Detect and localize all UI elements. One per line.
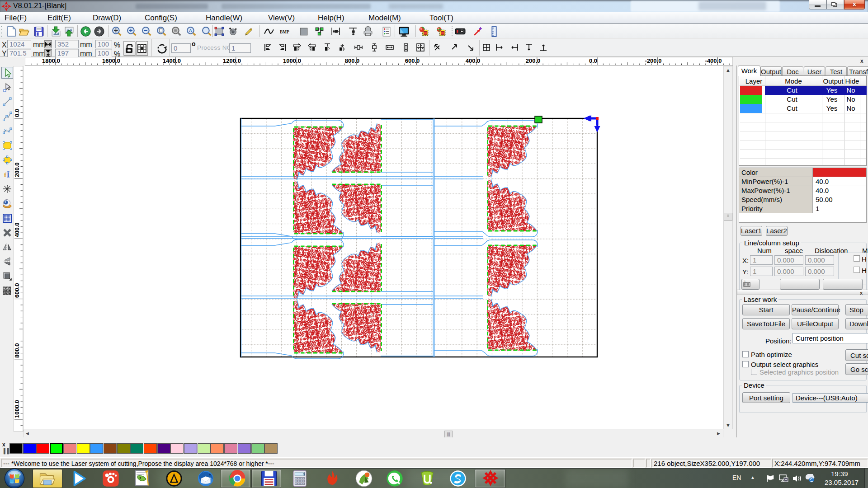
svg-text:0.0: 0.0 — [589, 57, 597, 64]
svg-text:200.0: 200.0 — [526, 57, 541, 64]
svg-text:0: 0 — [303, 473, 305, 476]
svg-text:0.0: 0.0 — [14, 109, 20, 117]
svg-text:-200.0: -200.0 — [645, 57, 662, 64]
svg-text:1400.0: 1400.0 — [163, 57, 181, 64]
svg-text:200.0: 200.0 — [14, 162, 20, 177]
svg-text:1600.0: 1600.0 — [102, 57, 120, 64]
svg-text:800.0: 800.0 — [14, 343, 20, 358]
svg-text:1800.0: 1800.0 — [42, 57, 60, 64]
svg-text:-400.0: -400.0 — [705, 57, 722, 64]
svg-text:800.0: 800.0 — [345, 57, 360, 64]
svg-text:A: A — [189, 28, 192, 33]
svg-text:1..: 1.. — [744, 280, 747, 283]
svg-text:1000.0: 1000.0 — [283, 57, 301, 64]
svg-text:600.0: 600.0 — [405, 57, 420, 64]
svg-text:1200.0: 1200.0 — [223, 57, 241, 64]
svg-text:400.0: 400.0 — [14, 222, 20, 237]
svg-text:400.0: 400.0 — [466, 57, 481, 64]
svg-text:600.0: 600.0 — [14, 283, 20, 298]
svg-text:1000.0: 1000.0 — [14, 400, 20, 418]
svg-text:BMP: BMP — [280, 30, 289, 34]
